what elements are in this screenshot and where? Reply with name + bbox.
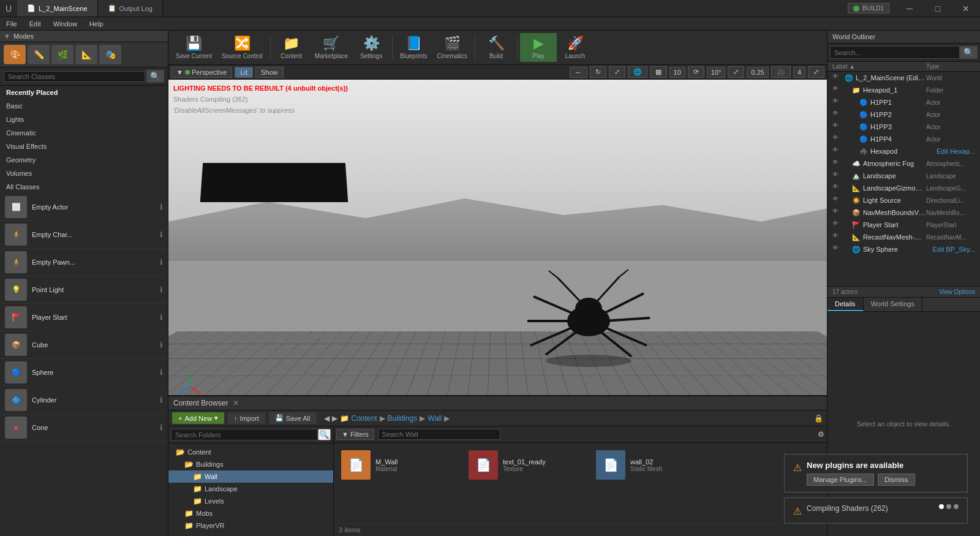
outliner-search-input[interactable] [830,46,960,59]
camera-speed-btn[interactable]: 🎥 [771,66,791,78]
nav-forward-btn[interactable]: ▶ [332,414,337,423]
save-all-button[interactable]: 💾 Save All [269,412,317,424]
scale-snap-btn[interactable]: ⤢ [728,66,744,78]
category-cinematic[interactable]: Cinematic [0,126,168,140]
folder-item-playervr[interactable]: 📁 PlayerVR [168,519,333,532]
ol-visibility-player-start[interactable]: 👁 [832,220,842,230]
breadcrumb-buildings[interactable]: Buildings [388,414,418,423]
category-recently-placed[interactable]: Recently Placed [0,86,168,99]
outliner-search-button[interactable]: 🔍 [960,46,978,59]
viewport[interactable]: ▼ Perspective Lit Show ↔ ↻ ⤢ 🌐 ▦ 10 ⟳ 10… [168,65,827,395]
folder-item-landscape[interactable]: 📁 Landscape [168,483,333,495]
place-item-point-light[interactable]: 💡 Point Light ℹ [0,276,168,304]
outliner-item-hexapod-1[interactable]: 👁 📁 Hexapod_1 Folder [827,84,980,96]
import-button[interactable]: ↑ Import [228,413,265,424]
ol-visibility-h1pp2[interactable]: 👁 [832,110,842,119]
menu-window[interactable]: Window [47,17,83,31]
ol-visibility-landscape[interactable]: 👁 [832,171,842,181]
breadcrumb-content[interactable]: Content [352,414,377,423]
place-item-cube[interactable]: 📦 Cube ℹ [0,331,168,359]
outliner-item-h1pp4[interactable]: 👁 🔵 H1PP4 Actor [827,133,980,145]
menu-edit[interactable]: Edit [23,17,47,31]
category-lights[interactable]: Lights [0,113,168,126]
close-button[interactable]: ✕ [952,0,980,17]
category-all-classes[interactable]: All Classes [0,180,168,194]
outliner-item-player-start[interactable]: 👁 🚩 Player Start PlayerStart [827,219,980,231]
outliner-item-h1pp1[interactable]: 👁 🔵 H1PP1 Actor [827,96,980,108]
breadcrumb-wall[interactable]: Wall [428,414,442,423]
ol-visibility-hexapod[interactable]: 👁 [832,146,842,156]
dismiss-button[interactable]: Dismiss [878,474,915,486]
menu-file[interactable]: File [0,17,23,31]
toolbar-btn-content[interactable]: 📁 Content [273,33,310,62]
outliner-item-sky-sphere[interactable]: 👁 🌐 Sky Sphere Edit BP_Sky... [827,243,980,255]
tab-main-scene[interactable]: 📄 L_2_MainScene [17,0,98,17]
mode-geometry[interactable]: 📐 [75,45,97,64]
place-item-empty-pawn[interactable]: 🧍 Empty Pawn... ℹ [0,249,168,276]
asset-item-text-01-ready[interactable]: 📄 text_01_ready Texture [466,448,589,482]
place-item-info-empty-actor[interactable]: ℹ [160,203,163,211]
folder-item-levels[interactable]: 📁 Levels [168,495,333,507]
asset-item-m-wall[interactable]: 📄 M_Wall Material [339,448,461,482]
ol-visibility-l2-mainscene[interactable]: 👁 [832,73,842,83]
toolbar-btn-cinematics[interactable]: 🎬 Cinematics [432,33,472,62]
manage-plugins-button[interactable]: Manage Plugins... [807,474,874,486]
grid-toggle-btn[interactable]: ▦ [650,66,667,78]
viewport-show-btn[interactable]: Show [255,67,284,78]
ol-visibility-hexapod-1[interactable]: 👁 [832,85,842,95]
maximize-button[interactable]: □ [924,0,952,17]
place-item-cylinder[interactable]: 🔷 Cylinder ℹ [0,387,168,414]
ol-link-sky-sphere[interactable]: Edit BP_Sky... [933,246,976,253]
outliner-item-landscape-gizmo[interactable]: 👁 📐 LandscapeGizmoAct... LandscapeG... [827,182,980,194]
outliner-item-navmesh-bounds[interactable]: 👁 📦 NavMeshBoundsVolu... NavMeshBo... [827,206,980,219]
tab-world-settings[interactable]: World Settings [864,298,922,311]
outliner-item-atmo-fog[interactable]: 👁 ☁️ Atmospheric Fog Atmospheric... [827,157,980,170]
rotation-snap-btn[interactable]: ⟳ [688,66,704,78]
toolbar-btn-launch[interactable]: 🚀 Launch [557,33,594,62]
ol-visibility-landscape-gizmo[interactable]: 👁 [832,183,842,193]
category-volumes[interactable]: Volumes [0,167,168,180]
content-browser-close-btn[interactable]: ✕ [233,399,239,407]
add-new-button[interactable]: + Add New ▾ [172,412,224,424]
outliner-col-type[interactable]: Type [926,63,975,70]
outliner-item-h1pp2[interactable]: 👁 🔵 H1PP2 Actor [827,108,980,121]
nav-back-btn[interactable]: ◀ [324,414,330,423]
ol-visibility-atmo-fog[interactable]: 👁 [832,159,842,168]
folder-search-input[interactable] [171,429,318,440]
view-options-btn[interactable]: View Options [939,289,975,295]
folder-item-wall[interactable]: 📁 Wall [168,470,333,483]
outliner-item-hexapod[interactable]: 👁 🕷️ Hexapod Edit Hexap... [827,145,980,157]
place-item-info-point-light[interactable]: ℹ [160,285,163,294]
place-item-info-cone[interactable]: ℹ [160,423,163,432]
outliner-item-recast-navmesh[interactable]: 👁 📐 RecastNavMesh-Defa... RecastNavM... [827,231,980,243]
folder-item-buildings[interactable]: 📂 Buildings [168,458,333,470]
outliner-item-light-source[interactable]: 👁 ☀️ Light Source DirectionalLi... [827,194,980,206]
toolbar-btn-blueprints[interactable]: 📘 Blueprints [395,33,432,62]
category-basic[interactable]: Basic [0,99,168,113]
toolbar-btn-save-current[interactable]: 💾 Save Current [171,33,217,62]
asset-view-options[interactable]: ⚙ [818,430,824,439]
place-item-info-sphere[interactable]: ℹ [160,368,163,377]
ol-visibility-h1pp4[interactable]: 👁 [832,134,842,144]
folder-item-content[interactable]: 📂 Content [168,446,333,458]
viewport-scene[interactable]: X Y Z LIGHTING NEEDS TO BE REBUILT (4 un… [168,80,827,395]
ol-visibility-light-source[interactable]: 👁 [832,195,842,205]
tab-output-log[interactable]: 📋 Output Log [98,0,163,17]
category-visual-effects[interactable]: Visual Effects [0,140,168,153]
place-item-info-cylinder[interactable]: ℹ [160,396,163,404]
place-item-info-empty-char[interactable]: ℹ [160,230,163,239]
outliner-item-l2-mainscene[interactable]: 👁 🌐 L_2_MainScene (Editor) World [827,72,980,84]
place-item-cone[interactable]: 🔺 Cone ℹ [0,414,168,442]
mode-foliage[interactable]: 🌿 [51,45,74,64]
mode-mesh[interactable]: 🎭 [99,45,121,64]
outliner-col-label[interactable]: Label [832,63,926,70]
search-classes-button[interactable]: 🔍 [146,70,164,83]
search-classes-input[interactable] [4,71,145,82]
filters-button[interactable]: ▼ Filters [336,429,374,440]
scale-tool-btn[interactable]: ⤢ [609,66,625,78]
menu-help[interactable]: Help [83,17,110,31]
tab-details[interactable]: Details [827,298,864,311]
maximize-viewport-btn[interactable]: ⤢ [808,66,824,78]
folder-search-button[interactable]: 🔍 [318,429,331,440]
toolbar-btn-settings[interactable]: ⚙️ Settings [353,33,390,62]
